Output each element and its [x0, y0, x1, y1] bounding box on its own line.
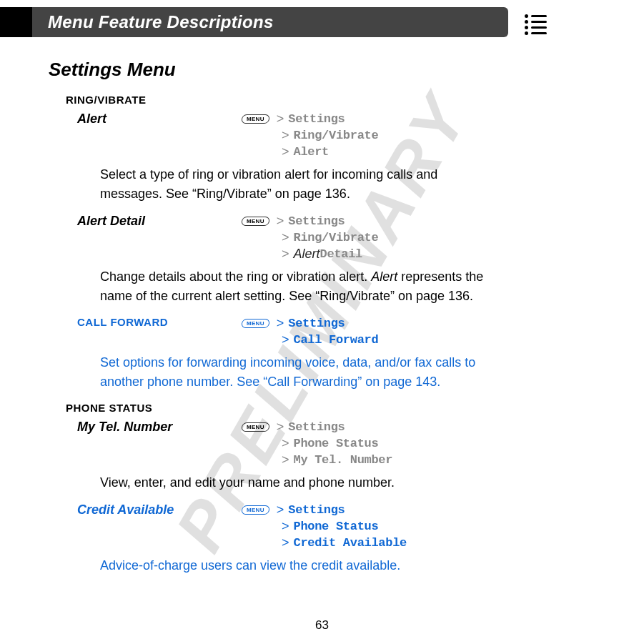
entry-path: MENU > Settings > Ring/Vibrate > Alert D…: [242, 214, 573, 263]
entry-alert-detail: Alert Detail MENU > Settings > Ring/Vibr…: [77, 214, 573, 263]
path-segment: Ring/Vibrate: [294, 129, 379, 142]
subhead-phone-status: PHONE STATUS: [66, 402, 573, 414]
path-separator: >: [277, 112, 284, 127]
path-segment: Alert: [294, 145, 330, 159]
path-separator: >: [282, 247, 289, 262]
entry-desc: View, enter, and edit your name and phon…: [100, 473, 500, 492]
menu-key-icon: MENU: [241, 319, 270, 328]
path-separator: >: [277, 316, 284, 331]
entry-desc: Change details about the ring or vibrati…: [100, 267, 500, 306]
path-segment: My Tel. Number: [294, 453, 393, 467]
path-segment: Settings: [288, 503, 345, 517]
entry-path: MENU > Settings > Phone Status > Credit …: [242, 502, 573, 552]
path-segment: Settings: [288, 214, 345, 228]
page-number: 63: [0, 618, 644, 633]
entry-name: Credit Available: [77, 502, 242, 517]
path-separator: >: [282, 436, 289, 451]
entry-name: CALL FORWARD: [77, 316, 242, 328]
entry-desc: Select a type of ring or vibration alert…: [100, 165, 500, 204]
path-separator: >: [277, 502, 284, 517]
entry-credit: Credit Available MENU > Settings > Phone…: [77, 502, 573, 552]
header-title: Menu Feature Descriptions: [32, 7, 508, 37]
menu-key-icon: MENU: [241, 505, 270, 515]
path-italic: Alert: [294, 247, 320, 262]
menu-key-icon: MENU: [241, 217, 270, 226]
path-segment: Credit Available: [294, 536, 407, 550]
path-segment: Ring/Vibrate: [294, 231, 379, 244]
path-separator: >: [282, 452, 289, 467]
path-separator: >: [277, 214, 284, 229]
path-separator: >: [282, 519, 289, 534]
path-separator: >: [277, 420, 284, 435]
path-separator: >: [282, 144, 289, 159]
entry-desc: Advice-of-charge users can view the cred…: [100, 556, 500, 575]
menu-key-icon: MENU: [241, 114, 270, 124]
entry-name: Alert Detail: [77, 214, 242, 229]
path-segment: Settings: [288, 317, 345, 330]
header-accent: [0, 7, 32, 37]
path-segment: Settings: [288, 420, 345, 434]
menu-key-icon: MENU: [241, 422, 270, 432]
path-segment: Call Forward: [294, 333, 379, 347]
subhead-ring-vibrate: RING/VIBRATE: [66, 94, 573, 106]
section-title: Settings Menu: [49, 59, 573, 81]
path-separator: >: [282, 535, 289, 550]
entry-desc: Set options for forwarding incoming voic…: [100, 353, 500, 392]
path-segment: Phone Status: [294, 437, 379, 450]
page-content: Settings Menu RING/VIBRATE Alert MENU > …: [0, 37, 644, 575]
path-separator: >: [282, 128, 289, 143]
list-icon: [520, 9, 551, 40]
entry-alert: Alert MENU > Settings > Ring/Vibrate > A…: [77, 112, 573, 161]
path-segment: Settings: [288, 112, 345, 126]
entry-name: Alert: [77, 112, 242, 127]
path-separator: >: [282, 230, 289, 245]
path-segment: Detail: [320, 247, 362, 261]
entry-path: MENU > Settings > Phone Status > My Tel.…: [242, 420, 573, 469]
entry-name: My Tel. Number: [77, 420, 242, 435]
entry-path: MENU > Settings > Ring/Vibrate > Alert: [242, 112, 573, 161]
entry-call-forward: CALL FORWARD MENU > Settings > Call Forw…: [77, 316, 573, 349]
path-separator: >: [282, 332, 289, 347]
entry-my-tel: My Tel. Number MENU > Settings > Phone S…: [77, 420, 573, 469]
entry-path: MENU > Settings > Call Forward: [242, 316, 573, 349]
path-segment: Phone Status: [294, 520, 379, 533]
